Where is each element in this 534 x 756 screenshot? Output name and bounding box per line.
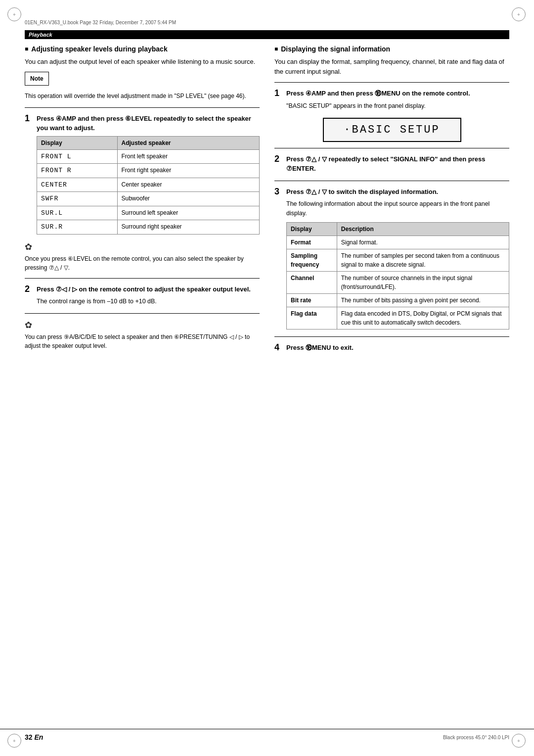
section-label: Playback: [25, 30, 509, 39]
tip-icon-2: ✿: [25, 320, 260, 331]
signal-desc-cell: The number of samples per second taken f…: [337, 249, 509, 271]
speaker-cell: Front right speaker: [117, 164, 260, 178]
divider-1: [25, 107, 260, 108]
speaker-cell: Subwoofer: [117, 192, 260, 206]
speaker-cell: Front left speaker: [117, 149, 260, 164]
page-number: 32 En: [25, 733, 43, 741]
bottom-note: Black process 45.0° 240.0 LPI: [443, 735, 509, 740]
file-info: 01EN_RX-V363_U.book Page 32 Friday, Dece…: [25, 20, 509, 25]
tip-text-1: Once you press ⑥LEVEL on the remote cont…: [25, 254, 260, 272]
table-row: Format Signal format.: [287, 236, 509, 249]
table-row: SWFR Subwoofer: [37, 192, 260, 206]
table-row: SUR.R Surround right speaker: [37, 220, 260, 235]
signal-display-cell: Flag data: [287, 307, 337, 329]
table-row: CENTER Center speaker: [37, 178, 260, 192]
speaker-cell: Surround left speaker: [117, 206, 260, 220]
table-row: FRONT R Front right speaker: [37, 164, 260, 178]
right-divider-4: [274, 336, 509, 337]
speaker-cell: Surround right speaker: [117, 220, 260, 235]
right-step-3-num: 3: [274, 187, 282, 197]
step-1-num: 1: [25, 114, 33, 124]
right-step-2-title: Press ⑦△ / ▽ repeatedly to select "SIGNA…: [286, 154, 509, 174]
signal-desc-cell: Flag data encoded in DTS, Dolby Digital,…: [337, 307, 509, 329]
right-column: Displaying the signal information You ca…: [274, 45, 509, 360]
table-row: Channel The number of source channels in…: [287, 271, 509, 293]
display-cell: SWFR: [37, 192, 118, 206]
speaker-table: Display Adjusted speaker FRONT L Front l…: [37, 136, 260, 235]
corner-mark-top-right: +: [512, 7, 527, 22]
right-step-2-num: 2: [274, 154, 282, 164]
right-step-3: 3 Press ⑦△ / ▽ to switch the displayed i…: [274, 187, 509, 330]
signal-desc-cell: The number of source channels in the inp…: [337, 271, 509, 293]
signal-info-table: Display Description Format Signal format…: [286, 222, 509, 330]
step-1-title: Press ④AMP and then press ⑥LEVEL repeate…: [37, 114, 260, 133]
table-row: Flag data Flag data encoded in DTS, Dolb…: [287, 307, 509, 329]
display-cell: SUR.L: [37, 206, 118, 220]
left-section-heading: Adjusting speaker levels during playback: [25, 45, 260, 53]
left-step-1: 1 Press ④AMP and then press ⑥LEVEL repea…: [25, 114, 260, 235]
right-step-4-num: 4: [274, 343, 282, 353]
divider-2: [25, 278, 260, 279]
signal-display-cell: Sampling frequency: [287, 249, 337, 271]
left-column: Adjusting speaker levels during playback…: [25, 45, 260, 360]
speaker-cell: Center speaker: [117, 178, 260, 192]
right-heading-text: Displaying the signal information: [281, 45, 390, 53]
signal-display-cell: Format: [287, 236, 337, 249]
step-2-num: 2: [25, 284, 33, 294]
bottom-bar: 32 En Black process 45.0° 240.0 LPI: [0, 729, 534, 741]
right-step-4-title: Press ⑱MENU to exit.: [286, 343, 354, 353]
page: + + + + 01EN_RX-V363_U.book Page 32 Frid…: [0, 0, 534, 756]
right-step-1-title: Press ④AMP and then press ⑱MENU on the r…: [286, 89, 470, 98]
display-cell: FRONT L: [37, 149, 118, 164]
right-step-3-body: The following information about the inpu…: [286, 199, 509, 218]
note-label: Note: [25, 72, 49, 86]
display-cell: SUR.R: [37, 220, 118, 235]
left-heading-text: Adjusting speaker levels during playback: [31, 45, 167, 53]
signal-desc-cell: The number of bits passing a given point…: [337, 293, 509, 307]
step-2-title: Press ⑦◁ / ▷ on the remote control to ad…: [37, 284, 251, 294]
right-step-3-title: Press ⑦△ / ▽ to switch the displayed inf…: [286, 187, 438, 197]
right-divider-2: [274, 148, 509, 148]
note-content: This operation will override the level a…: [25, 92, 260, 100]
two-column-layout: Adjusting speaker levels during playback…: [25, 45, 509, 360]
display-cell: CENTER: [37, 178, 118, 192]
tip-text-2: You can press ⑨A/B/C/D/E to select a spe…: [25, 332, 260, 350]
right-step-1-num: 1: [274, 89, 282, 98]
signal-table-header-display: Display: [287, 222, 337, 236]
right-step-1: 1 Press ④AMP and then press ⑱MENU on the…: [274, 89, 509, 111]
step-2-body: The control range is from –10 dB to +10 …: [37, 297, 260, 306]
display-cell: FRONT R: [37, 164, 118, 178]
right-step-2: 2 Press ⑦△ / ▽ repeatedly to select "SIG…: [274, 154, 509, 174]
right-step-4: 4 Press ⑱MENU to exit.: [274, 343, 509, 353]
table-header-adjusted: Adjusted speaker: [117, 136, 260, 149]
basic-setup-display: ·BASIC SETUP: [323, 118, 461, 142]
tip-icon-1: ✿: [25, 241, 260, 252]
left-step-2: 2 Press ⑦◁ / ▷ on the remote control to …: [25, 284, 260, 307]
right-intro-text: You can display the format, sampling fre…: [274, 57, 509, 76]
signal-desc-cell: Signal format.: [337, 236, 509, 249]
right-divider-1: [274, 82, 509, 83]
right-divider-3: [274, 181, 509, 181]
right-step-1-body: "BASIC SETUP" appears in the front panel…: [286, 101, 509, 111]
table-row: FRONT L Front left speaker: [37, 149, 260, 164]
table-row: SUR.L Surround left speaker: [37, 206, 260, 220]
left-intro-text: You can adjust the output level of each …: [25, 57, 260, 67]
table-header-display: Display: [37, 136, 118, 149]
right-section-heading: Displaying the signal information: [274, 45, 509, 53]
signal-display-cell: Channel: [287, 271, 337, 293]
table-row: Bit rate The number of bits passing a gi…: [287, 293, 509, 307]
corner-mark-top-left: +: [7, 7, 22, 22]
signal-table-header-desc: Description: [337, 222, 509, 236]
table-row: Sampling frequency The number of samples…: [287, 249, 509, 271]
divider-3: [25, 313, 260, 314]
signal-display-cell: Bit rate: [287, 293, 337, 307]
